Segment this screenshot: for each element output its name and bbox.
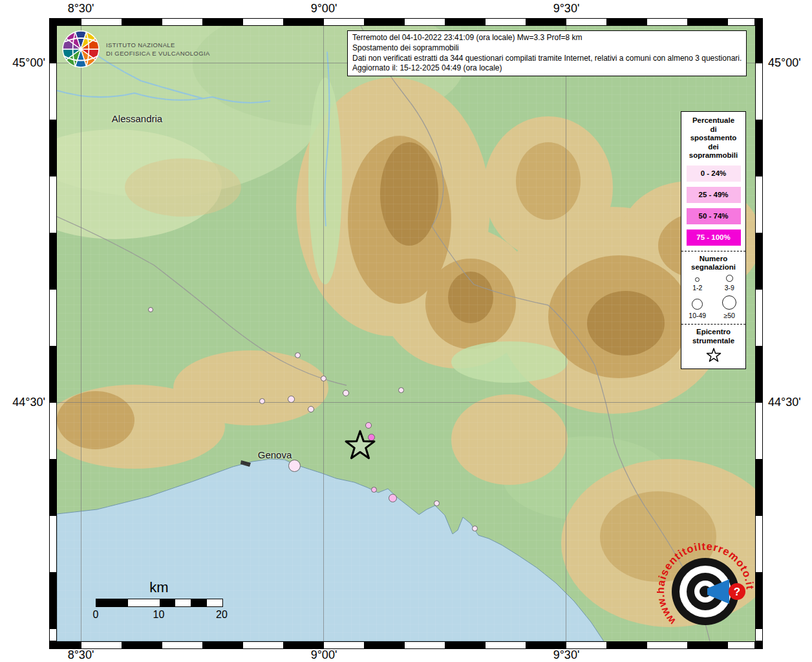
legend-count-cell: 3-9	[714, 275, 746, 292]
report-points-layer	[57, 26, 755, 641]
report-point	[398, 387, 404, 393]
legend-count-cell: 10-49	[681, 295, 714, 319]
report-point	[434, 500, 440, 506]
legend-percent-classes: 0 - 24%25 - 49%50 - 74%75 - 100%	[681, 166, 745, 246]
earthquake-info-box: Terremoto del 04-10-2022 23:41:09 (ora l…	[347, 30, 747, 76]
report-point	[371, 487, 377, 493]
map-canvas: AlessandriaGenova km 0 10 20	[57, 26, 755, 641]
legend-class-swatch: 75 - 100%	[687, 230, 741, 246]
ingv-name-line2: DI GEOFISICA E VULCANOLOGIA	[106, 49, 210, 58]
report-point	[295, 352, 301, 358]
report-point	[148, 307, 153, 312]
axis-label-bottom-2: 9°00'	[311, 648, 337, 662]
ingv-globe-icon	[61, 29, 101, 69]
legend-epicenter-title: Epicentro strumentale	[681, 328, 745, 345]
legend-count-title: Numero segnalazioni	[681, 255, 745, 272]
legend-class-swatch: 50 - 74%	[687, 208, 741, 224]
info-line-map-type: Spostamento dei soprammobili	[352, 43, 742, 54]
report-point	[288, 460, 301, 472]
report-point	[288, 396, 295, 403]
legend-count-cell: 1-2	[681, 275, 714, 292]
ingv-name-line1: ISTITUTO NAZIONALE	[106, 41, 210, 49]
report-point	[308, 406, 314, 412]
axis-label-bottom-1: 8°30'	[68, 648, 94, 662]
axis-label-left-2: 44°30'	[1, 396, 45, 409]
axis-label-top-3: 9°30'	[553, 2, 580, 16]
info-line-source: Dati non verificati estratti da 344 ques…	[352, 54, 742, 64]
map-frame: AlessandriaGenova km 0 10 20	[49, 18, 763, 649]
frame-corner	[755, 641, 763, 649]
frame-band-left	[49, 26, 57, 641]
legend-separator	[681, 324, 745, 325]
info-line-updated: Aggiornato il: 15-12-2025 04:49 (ora loc…	[352, 63, 742, 74]
legend-epicenter-star-icon	[706, 348, 721, 363]
info-line-event: Terremoto del 04-10-2022 23:41:09 (ora l…	[352, 33, 742, 43]
question-mark: ?	[734, 586, 740, 598]
frame-band-bottom	[57, 641, 755, 649]
axis-label-bottom-3: 9°30'	[553, 648, 580, 662]
frame-corner	[49, 18, 57, 26]
legend-count-classes: 1-23-910-49≥50	[681, 275, 745, 319]
page: 8°30' 9°00' 9°30' 8°30' 9°00' 9°30' 45°0…	[0, 0, 812, 662]
report-point	[259, 398, 265, 404]
axis-label-top-2: 9°00'	[311, 2, 337, 16]
report-point	[389, 494, 397, 502]
axis-label-right-1: 45°00'	[768, 56, 812, 70]
legend-class-swatch: 0 - 24%	[687, 166, 741, 182]
report-point	[343, 390, 349, 396]
frame-corner	[755, 18, 763, 26]
axis-label-right-2: 44°30'	[768, 396, 812, 409]
frame-band-right	[755, 26, 763, 641]
frame-band-top	[57, 18, 755, 26]
ingv-logo: ISTITUTO NAZIONALE DI GEOFISICA E VULCAN…	[61, 29, 210, 69]
axis-label-left-1: 45°00'	[1, 56, 45, 70]
haisentitoilterremoto-logo: ? www.haisentitoilterremoto.it	[657, 543, 754, 641]
legend-count-cell: ≥50	[714, 295, 746, 319]
axis-label-top-1: 8°30'	[68, 2, 94, 16]
report-point	[472, 526, 478, 531]
report-point	[365, 422, 372, 429]
legend: Percentuale di spostamento dei soprammob…	[681, 111, 746, 369]
legend-percent-title: Percentuale di spostamento dei soprammob…	[681, 116, 745, 160]
legend-class-swatch: 25 - 49%	[687, 187, 741, 203]
legend-separator	[681, 251, 745, 251]
report-point	[321, 376, 326, 381]
epicenter-star	[344, 430, 376, 465]
frame-corner	[49, 641, 57, 649]
